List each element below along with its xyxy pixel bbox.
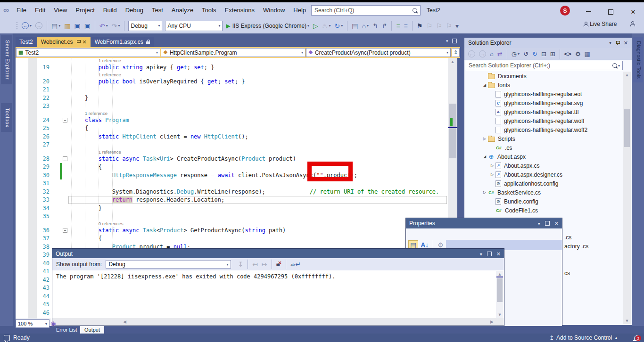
codelens-references[interactable]: 1 reference [16,72,457,78]
start-without-debugging-button[interactable]: ▷ [312,22,320,30]
menu-test[interactable]: Test [148,5,167,16]
scrollbar-thumb[interactable] [497,278,503,302]
scrollbar-thumb[interactable] [624,109,630,147]
chevron-down-icon[interactable]: ▾ [618,64,620,68]
se-code-view-button[interactable]: <> [563,50,573,58]
tree-vertical-scrollbar[interactable]: ▲ ▼ [623,72,631,324]
code-line[interactable]: 35 [16,212,457,221]
output-word-wrap-button[interactable]: ab↵ [289,260,302,269]
se-refresh-button[interactable]: ↺ [522,50,530,58]
clear-bookmarks-button[interactable]: ⚐ [444,22,453,30]
quick-search-input[interactable]: Search (Ctrl+Q) [311,5,421,16]
close-icon[interactable]: ✕ [554,220,559,227]
code-line[interactable]: 27 [16,141,457,149]
menu-file[interactable]: File [12,5,31,16]
collapsed-arrow-icon[interactable]: ▷ [489,172,495,177]
next-bookmark-button[interactable]: ⚐ [435,22,444,30]
scroll-right-icon[interactable]: ▶ [490,319,494,324]
tab-output[interactable]: Output [80,326,104,334]
sidebar-tab-diagnostic-tools[interactable]: Diagnostic Tools [633,37,643,82]
codelens-references[interactable]: 1 reference [16,58,457,64]
output-prev-message-button[interactable]: ↤ [251,260,259,269]
maximize-icon[interactable] [545,221,550,226]
output-next-message-button[interactable]: ↦ [260,260,269,269]
code-line[interactable]: 32 System.Diagnostics.Debug.WriteLine(re… [16,188,457,196]
project-dropdown[interactable]: ▦ Test2 ▾ [16,48,160,57]
code-line[interactable]: 23 [16,102,457,111]
code-line[interactable]: 25 { [16,124,457,133]
toolbar-options-button[interactable]: ▾ [454,22,460,30]
scroll-down-icon[interactable]: ▼ [496,312,504,317]
se-back-button[interactable]: ← [467,49,477,58]
tab-test2[interactable]: Test2 [16,37,37,47]
output-goto-last-button[interactable]: ↧ [236,260,245,269]
open-file-button[interactable]: ▥ [63,22,72,30]
tree-item[interactable]: C#CodeFile1.cs [464,206,622,215]
menu-build[interactable]: Build [99,5,121,16]
chevron-down-icon[interactable]: ▾ [307,24,309,28]
menu-view[interactable]: View [50,5,71,16]
chevron-down-icon[interactable]: ▾ [226,262,228,267]
toolbar-grip-handle[interactable] [16,22,18,30]
menu-tools[interactable]: Tools [198,5,220,16]
properties-header[interactable]: Properties ▾ ✕ [406,218,562,228]
tree-item[interactable]: C#.cs [464,143,622,152]
tree-item[interactable]: glyphicons-halflings-regular.woff2 [464,125,622,134]
chevron-down-icon[interactable]: ▾ [446,50,448,55]
code-line[interactable]: 37 { [16,235,457,243]
output-horizontal-scrollbar[interactable]: ◀ ▶ [52,318,504,326]
start-debugging-button[interactable]: ▶IIS Express (Google Chrome)▾ [226,23,309,29]
se-properties-button[interactable]: ⚙ [574,50,582,58]
scroll-up-icon[interactable]: ▲ [496,272,504,277]
code-line[interactable]: 20 public bool isOverlayRequired { get; … [16,78,457,86]
chevron-down-icon[interactable]: ▾ [341,24,343,28]
tree-item[interactable]: eglyphicons-halflings-regular.svg [464,98,622,107]
tab-error-list[interactable]: Error List [52,326,82,334]
chevron-down-icon[interactable]: ▾ [329,24,330,28]
chevron-down-icon[interactable]: ▾ [367,24,369,28]
add-to-source-control-button[interactable]: ↥ Add to Source Control ▲ [549,334,618,341]
code-line[interactable]: 24− class Program [16,116,457,125]
tab-webform1-aspx-cs[interactable]: WebForm1.aspx.cs [91,37,154,47]
sidebar-tab-toolbox[interactable]: Toolbox [1,103,12,132]
sidebar-tab-server-explorer[interactable]: Server Explorer [1,35,12,84]
save-button[interactable]: ▣ [73,22,82,30]
menu-edit[interactable]: Edit [31,5,50,16]
menu-window[interactable]: Window [259,5,289,16]
prev-bookmark-button[interactable]: ⚐ [425,22,434,30]
restart-button[interactable]: ↻▾ [333,22,344,30]
code-line[interactable]: 33 return response.Headers.Location; [16,196,457,204]
preview-changes-button[interactable]: ▤ [350,22,359,30]
indent-decrease-button[interactable]: ≡ [395,22,401,30]
member-dropdown[interactable]: ❖ CreateProductAsync(Product product) ▾ [306,48,451,57]
chevron-down-icon[interactable]: ▾ [480,252,482,257]
tree-item[interactable]: ▷↗About.aspx.cs [464,161,622,170]
code-line[interactable]: 26 static HttpClient client = new HttpCl… [16,133,457,141]
scroll-left-icon[interactable]: ◀ [123,319,126,324]
chevron-down-icon[interactable]: ▾ [158,24,160,28]
se-home-button[interactable]: ⌂ [488,50,495,58]
tab-webclinet-cs[interactable]: Webclinet.cs ✕ [37,37,91,47]
se-sync-active-button[interactable]: ⇄ [496,50,504,58]
account-avatar[interactable]: S [560,6,570,16]
chevron-down-icon[interactable]: ▾ [609,41,611,45]
search-icon[interactable] [413,8,417,13]
hot-reload-button[interactable]: ♨▾ [321,22,332,30]
scroll-up-icon[interactable]: ▲ [448,59,457,64]
close-button[interactable]: ✕ [622,5,644,19]
codelens-references[interactable]: 1 reference [16,149,457,155]
maximize-icon[interactable] [487,252,492,256]
indent-increase-button[interactable]: ≡ [403,22,409,30]
code-line[interactable]: 21 [16,86,457,94]
scrollbar-thumb[interactable] [449,104,456,158]
solution-explorer-search-input[interactable]: Search Solution Explorer (Ctrl+;) ▾ [466,61,623,70]
tree-item[interactable]: ◢fonts [464,81,622,90]
menu-analyze[interactable]: Analyze [167,5,198,16]
chevron-down-icon[interactable]: ▾ [301,50,303,55]
tree-item[interactable]: ▷Scripts [464,134,622,143]
code-line[interactable]: 19 public string apikey { get; set; } [16,64,457,72]
toggle-bookmark-button[interactable]: ⚑ [415,22,424,30]
output-header[interactable]: Output ▾ ✕ [52,249,504,259]
code-line[interactable]: 34 } [16,204,457,213]
collapsed-arrow-icon[interactable]: ▷ [481,190,488,195]
